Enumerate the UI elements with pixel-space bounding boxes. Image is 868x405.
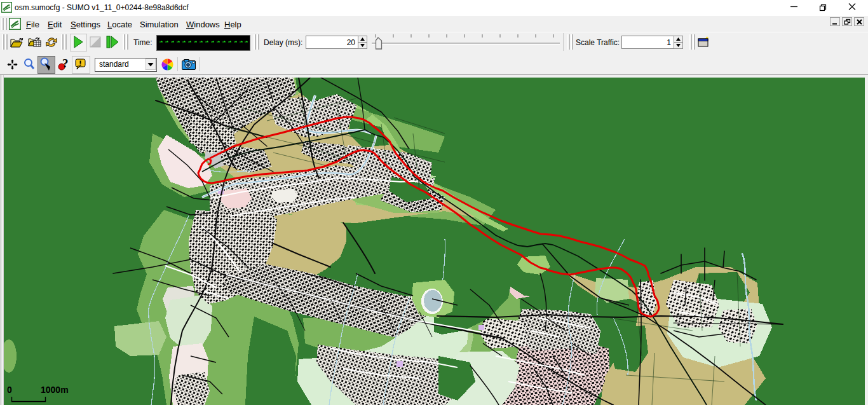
svg-text:0: 0 <box>7 385 12 395</box>
svg-text:1000m: 1000m <box>41 385 69 395</box>
svg-text:?: ? <box>62 58 69 70</box>
